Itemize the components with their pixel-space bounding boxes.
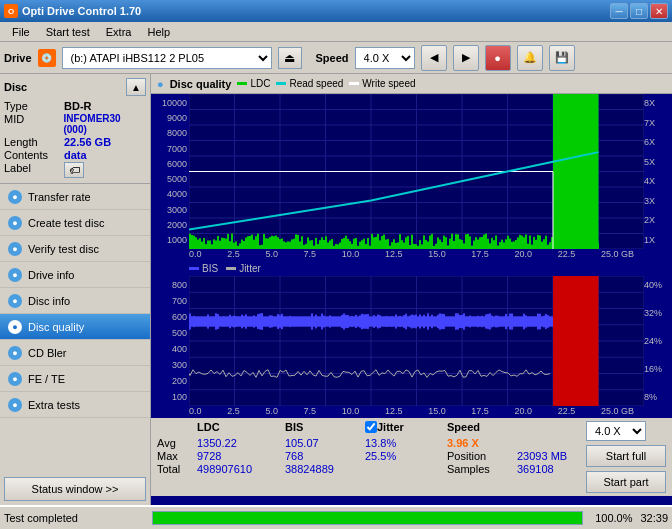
app-title: Opti Drive Control 1.70 bbox=[22, 5, 141, 17]
x2-20: 20.0 bbox=[515, 406, 533, 416]
max-bis: 768 bbox=[285, 450, 365, 462]
stats-avg-row: Avg 1350.22 105.07 13.8% 3.96 X bbox=[157, 437, 578, 449]
nav-disc-quality[interactable]: ●Disc quality bbox=[0, 314, 150, 340]
drive-info-icon: ● bbox=[8, 268, 22, 282]
yr1-4x: 4X bbox=[644, 176, 672, 186]
x1-25: 25.0 GB bbox=[601, 249, 634, 259]
chart1-canvas bbox=[189, 94, 644, 249]
save-button[interactable]: 💾 bbox=[549, 45, 575, 71]
maximize-button[interactable]: □ bbox=[630, 3, 648, 19]
tool-btn2[interactable]: 🔔 bbox=[517, 45, 543, 71]
jitter-checkbox[interactable] bbox=[365, 421, 377, 433]
legend-bis: BIS bbox=[189, 263, 218, 274]
tool-btn1[interactable]: ● bbox=[485, 45, 511, 71]
prev-button[interactable]: ◀ bbox=[421, 45, 447, 71]
nav-transfer-rate[interactable]: ●Transfer rate bbox=[0, 184, 150, 210]
nav-create-test-disc[interactable]: ●Create test disc bbox=[0, 210, 150, 236]
chart2-y-right: 40% 32% 24% 16% 8% bbox=[644, 276, 672, 406]
x1-17.5: 17.5 bbox=[471, 249, 489, 259]
legend-writespeed: Write speed bbox=[349, 78, 415, 89]
speed-select[interactable]: 4.0 X bbox=[355, 47, 415, 69]
disc-info-label: Disc info bbox=[28, 295, 70, 307]
chart1-area: 10000 9000 8000 7000 6000 5000 4000 3000… bbox=[151, 94, 672, 249]
menu-extra[interactable]: Extra bbox=[98, 24, 140, 40]
nav-cd-bler[interactable]: ●CD Bler bbox=[0, 340, 150, 366]
max-jitter: 25.5% bbox=[365, 450, 447, 462]
x1-5: 5.0 bbox=[265, 249, 278, 259]
drive-info-label: Drive info bbox=[28, 269, 74, 281]
col-header-bis: BIS bbox=[285, 421, 365, 435]
y2-800: 800 bbox=[151, 280, 189, 290]
progress-text: 100.0% bbox=[595, 512, 632, 524]
menu-file[interactable]: File bbox=[4, 24, 38, 40]
next-button[interactable]: ▶ bbox=[453, 45, 479, 71]
label-label: Label bbox=[4, 162, 64, 178]
drive-bar: Drive 💿 (b:) ATAPI iHBS112 2 PL05 ⏏ Spee… bbox=[0, 42, 672, 74]
legend-readspeed-label: Read speed bbox=[289, 78, 343, 89]
length-value: 22.56 GB bbox=[64, 136, 111, 148]
position-value: 23093 MB bbox=[517, 450, 567, 462]
verify-test-disc-icon: ● bbox=[8, 242, 22, 256]
legend-writespeed-label: Write speed bbox=[362, 78, 415, 89]
drive-select[interactable]: (b:) ATAPI iHBS112 2 PL05 bbox=[62, 47, 272, 69]
nav-disc-info[interactable]: ●Disc info bbox=[0, 288, 150, 314]
speed-label: Speed bbox=[316, 52, 349, 64]
jitter-dot bbox=[226, 267, 236, 270]
nav-extra-tests[interactable]: ●Extra tests bbox=[0, 392, 150, 418]
yr2-24: 24% bbox=[644, 336, 672, 346]
type-label: Type bbox=[4, 100, 64, 112]
extra-tests-label: Extra tests bbox=[28, 399, 80, 411]
status-window-button[interactable]: Status window >> bbox=[4, 477, 146, 501]
avg-speed: 3.96 X bbox=[447, 437, 479, 449]
readspeed-dot bbox=[276, 82, 286, 85]
label-icon-button[interactable]: 🏷 bbox=[64, 162, 84, 178]
eject-button[interactable]: ⏏ bbox=[278, 47, 302, 69]
menu-bar: File Start test Extra Help bbox=[0, 22, 672, 42]
menu-start-test[interactable]: Start test bbox=[38, 24, 98, 40]
menu-help[interactable]: Help bbox=[139, 24, 178, 40]
y1-label-6000: 6000 bbox=[151, 159, 189, 169]
stats-area: LDC BIS Jitter Speed Avg 1350.22 105.07 … bbox=[151, 418, 672, 496]
fe-te-icon: ● bbox=[8, 372, 22, 386]
left-panel: Disc ▲ Type BD-R MID INFOMER30 (000) Len… bbox=[0, 74, 151, 505]
yr2-16: 16% bbox=[644, 364, 672, 374]
nav-verify-test-disc[interactable]: ●Verify test disc bbox=[0, 236, 150, 262]
cd-bler-icon: ● bbox=[8, 346, 22, 360]
chart1-y-left: 10000 9000 8000 7000 6000 5000 4000 3000… bbox=[151, 94, 189, 249]
create-test-disc-label: Create test disc bbox=[28, 217, 104, 229]
progress-bar-container bbox=[152, 511, 583, 525]
nav-container: ●Transfer rate●Create test disc●Verify t… bbox=[0, 184, 150, 418]
title-bar: O Opti Drive Control 1.70 ─ □ ✕ bbox=[0, 0, 672, 22]
disc-quality-icon: ● bbox=[8, 320, 22, 334]
action-buttons: 4.0 X Start full Start part bbox=[586, 421, 666, 493]
x2-15: 15.0 bbox=[428, 406, 446, 416]
max-label: Max bbox=[157, 450, 197, 462]
x2-22.5: 22.5 bbox=[558, 406, 576, 416]
minimize-button[interactable]: ─ bbox=[610, 3, 628, 19]
stats-table: LDC BIS Jitter Speed Avg 1350.22 105.07 … bbox=[157, 421, 578, 475]
y1-label-4000: 4000 bbox=[151, 189, 189, 199]
status-bar: Test completed 100.0% 32:39 bbox=[0, 505, 672, 529]
x2-17.5: 17.5 bbox=[471, 406, 489, 416]
extra-tests-icon: ● bbox=[8, 398, 22, 412]
transfer-rate-label: Transfer rate bbox=[28, 191, 91, 203]
stats-header-row: LDC BIS Jitter Speed bbox=[157, 421, 578, 435]
speed-select-stats[interactable]: 4.0 X bbox=[586, 421, 646, 441]
yr1-1x: 1X bbox=[644, 235, 672, 245]
chart2-canvas-area bbox=[189, 276, 644, 406]
length-label: Length bbox=[4, 136, 64, 148]
stats-total-row: Total 498907610 38824889 Samples 369108 bbox=[157, 463, 578, 475]
main-area: Disc ▲ Type BD-R MID INFOMER30 (000) Len… bbox=[0, 74, 672, 505]
nav-drive-info[interactable]: ●Drive info bbox=[0, 262, 150, 288]
disc-section: Disc ▲ Type BD-R MID INFOMER30 (000) Len… bbox=[0, 74, 150, 184]
disc-info-icon: ● bbox=[8, 294, 22, 308]
start-part-button[interactable]: Start part bbox=[586, 471, 666, 493]
y2-700: 700 bbox=[151, 296, 189, 306]
disc-arrow-button[interactable]: ▲ bbox=[126, 78, 146, 96]
chart-title: Disc quality bbox=[170, 78, 232, 90]
start-full-button[interactable]: Start full bbox=[586, 445, 666, 467]
avg-label: Avg bbox=[157, 437, 197, 449]
close-button[interactable]: ✕ bbox=[650, 3, 668, 19]
nav-fe-te[interactable]: ●FE / TE bbox=[0, 366, 150, 392]
total-bis: 38824889 bbox=[285, 463, 365, 475]
